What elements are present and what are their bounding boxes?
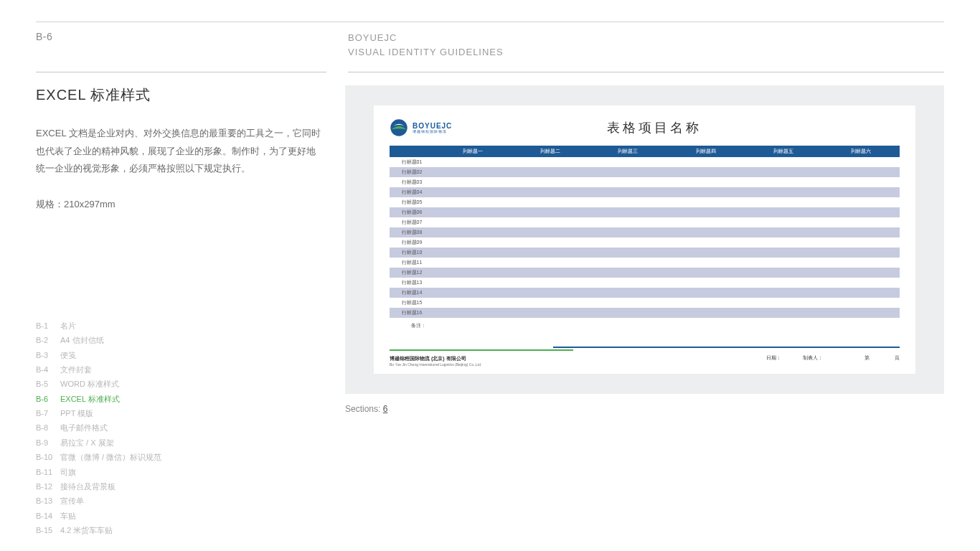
nav-item[interactable]: B-1名片 <box>36 319 324 333</box>
table-cell <box>666 217 744 227</box>
row-header: 行标题04 <box>390 187 434 197</box>
table-cell <box>434 298 512 308</box>
section-title: EXCEL 标准样式 <box>36 85 324 105</box>
brand-name: BOYUEJC <box>348 31 944 45</box>
nav-item[interactable]: B-8电子邮件格式 <box>36 420 324 435</box>
nav-item-label: 名片 <box>60 319 76 333</box>
nav-item[interactable]: B-13宣传单 <box>36 494 324 508</box>
nav-item[interactable]: B-4文件封套 <box>36 362 324 377</box>
table-cell <box>512 217 589 227</box>
nav-item-code: B-13 <box>36 494 60 508</box>
footer-company: 博越锦程国际物流 (北京) 有限公司 Bo Yue Jin Cheng Inte… <box>390 355 481 367</box>
nav-item[interactable]: B-14车贴 <box>36 509 324 523</box>
row-header: 行标题12 <box>390 268 434 278</box>
table-cell <box>745 288 822 298</box>
row-header: 行标题01 <box>390 157 434 167</box>
table-cell <box>434 177 512 187</box>
table-cell <box>745 207 822 217</box>
section-body: EXCEL 文档是企业对内、对外交换信息的最重要的工具之一，它同时也代表了企业的… <box>36 125 324 178</box>
table-cell <box>512 177 589 187</box>
table-cell <box>822 278 900 288</box>
nav-item[interactable]: B-10官微（微博 / 微信）标识规范 <box>36 450 324 464</box>
nav-item-label: 官微（微博 / 微信）标识规范 <box>60 450 161 464</box>
table-cell <box>666 308 744 318</box>
nav-item-label: 文件封套 <box>60 362 92 377</box>
table-cell <box>745 217 822 227</box>
nav-item-code: B-15 <box>36 523 60 537</box>
logo-icon <box>390 118 408 137</box>
nav-item-code: B-3 <box>36 348 60 362</box>
nav-item-label: 接待台及背景板 <box>60 479 116 494</box>
table-cell <box>822 268 900 278</box>
table-cell <box>822 187 900 197</box>
table-cell <box>822 177 900 187</box>
table-cell <box>434 157 512 167</box>
nav-item[interactable]: B-11司旗 <box>36 465 324 479</box>
table-cell <box>822 288 900 298</box>
row-header: 行标题03 <box>390 177 434 187</box>
nav-item[interactable]: B-154.2 米货车车贴 <box>36 523 324 537</box>
row-header: 行标题02 <box>390 167 434 177</box>
table-row: 行标题11 <box>390 258 900 268</box>
table-row: 行标题03 <box>390 177 900 187</box>
table-cell <box>745 298 822 308</box>
nav-item-label: 车贴 <box>60 509 76 523</box>
table-cell <box>822 167 900 177</box>
table-cell <box>822 248 900 258</box>
section-spec: 规格：210x297mm <box>36 198 324 211</box>
row-header: 行标题11 <box>390 258 434 268</box>
table-cell <box>434 237 512 248</box>
table-cell <box>745 187 822 197</box>
row-header: 行标题13 <box>390 278 434 288</box>
table-cell <box>434 217 512 227</box>
nav-item[interactable]: B-2A4 信封信纸 <box>36 333 324 347</box>
table-cell <box>822 157 900 167</box>
row-header: 行标题07 <box>390 217 434 227</box>
table-cell <box>666 167 744 177</box>
table-cell <box>512 288 589 298</box>
table-cell <box>589 157 666 167</box>
nav-item-label: 宣传单 <box>60 494 84 508</box>
row-header: 行标题16 <box>390 308 434 318</box>
logo-text-top: BOYUEJC <box>413 123 452 130</box>
footer-company-cn: 博越锦程国际物流 (北京) 有限公司 <box>390 355 481 362</box>
nav-item-label: 易拉宝 / X 展架 <box>60 435 114 450</box>
row-header: 行标题05 <box>390 197 434 207</box>
table-cell <box>666 258 744 268</box>
table-cell <box>666 278 744 288</box>
nav-item-label: WORD 标准样式 <box>60 377 119 391</box>
table-cell <box>589 217 666 227</box>
nav-item-code: B-10 <box>36 450 60 464</box>
nav-item-code: B-2 <box>36 333 60 347</box>
table-cell <box>666 248 744 258</box>
table-cell <box>745 157 822 167</box>
table-cell <box>589 227 666 237</box>
table-cell <box>822 237 900 248</box>
row-header: 行标题10 <box>390 248 434 258</box>
nav-item-label: 司旗 <box>60 465 76 479</box>
nav-item[interactable]: B-12接待台及背景板 <box>36 479 324 494</box>
nav-item-code: B-8 <box>36 420 60 435</box>
nav-item[interactable]: B-9易拉宝 / X 展架 <box>36 435 324 450</box>
table-cell <box>666 177 744 187</box>
table-cell <box>745 258 822 268</box>
nav-item[interactable]: B-5WORD 标准样式 <box>36 377 324 391</box>
nav-item-label: 电子邮件格式 <box>60 420 108 435</box>
nav-item[interactable]: B-7PPT 模版 <box>36 406 324 420</box>
nav-item[interactable]: B-6EXCEL 标准样式 <box>36 392 324 406</box>
table-row: 行标题09 <box>390 237 900 248</box>
table-cell <box>512 237 589 248</box>
table-cell <box>666 288 744 298</box>
brand-subtitle: VISUAL IDENTITY GUIDELINES <box>348 45 944 60</box>
table-cell <box>434 258 512 268</box>
logo-block: BOYUEJC 博越锦程国际物流 <box>390 118 452 137</box>
table-cell <box>589 177 666 187</box>
table-cell <box>512 258 589 268</box>
nav-item-code: B-12 <box>36 479 60 494</box>
table-row: 行标题10 <box>390 248 900 258</box>
table-cell <box>434 207 512 217</box>
table-cell <box>666 157 744 167</box>
footer-page-label: 第 页 <box>844 355 900 360</box>
nav-item-code: B-11 <box>36 465 60 479</box>
nav-item[interactable]: B-3便笺 <box>36 348 324 362</box>
